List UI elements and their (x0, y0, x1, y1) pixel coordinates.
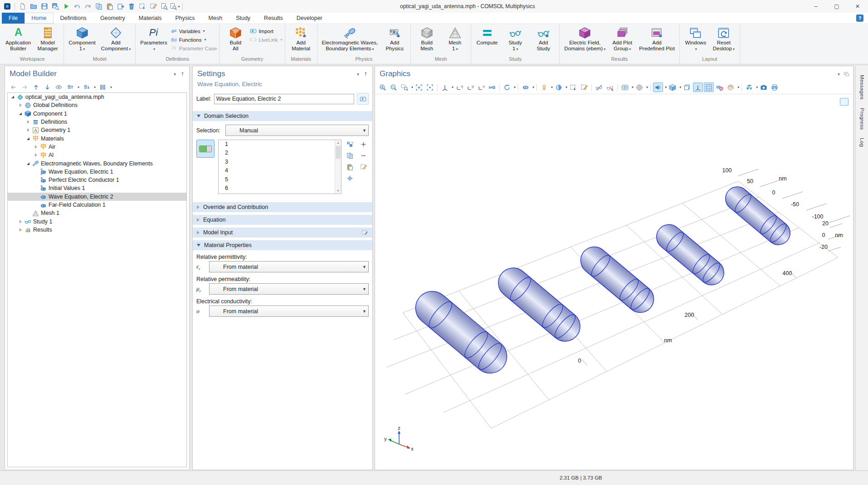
ribbon-button-add-material[interactable]: AddMaterial (288, 25, 315, 56)
duplicate-icon[interactable] (115, 1, 126, 12)
view-yz-icon[interactable]: yz (465, 82, 475, 92)
clear-selection-icon[interactable] (359, 162, 368, 171)
ribbon-button-add-predefined-plot[interactable]: AddPredefined Plot (637, 25, 677, 56)
selection-list-item[interactable]: 1 (219, 140, 341, 149)
tree-node[interactable]: Al (8, 151, 186, 159)
clear-selection-icon[interactable] (148, 1, 158, 12)
color-theme-icon[interactable] (726, 82, 736, 92)
menu-tab-developer[interactable]: Developer (290, 13, 329, 24)
ribbon-button-livelink[interactable]: LiveLink▾ (250, 36, 282, 44)
expand-tree-icon[interactable] (82, 82, 91, 92)
remove-icon[interactable] (359, 151, 368, 160)
ribbon-button-build-all[interactable]: BuildAll (222, 25, 249, 56)
ribbon-button-mesh-1[interactable]: Mesh1▾ (441, 25, 468, 56)
grid-icon[interactable] (704, 82, 714, 92)
select-rect-icon[interactable] (568, 82, 578, 92)
menu-tab-materials[interactable]: Materials (132, 13, 169, 24)
dropdown-arrow-icon[interactable]: ▾ (679, 85, 681, 89)
tree-node[interactable]: Electromagnetic Waves, Boundary Elements (8, 159, 186, 167)
floating-window-icon[interactable] (840, 98, 848, 106)
tree-node[interactable]: Far-Field Calculation 1 (8, 201, 186, 209)
tree-node[interactable]: Air (8, 143, 186, 151)
copy-icon[interactable] (345, 151, 354, 160)
dropdown-arrow-icon[interactable]: ▾ (551, 85, 553, 89)
pin-icon[interactable] (363, 71, 369, 77)
ribbon-button-electric-field-domains-ebem-[interactable]: Electric Field,Domains (ebem)▾ (562, 25, 608, 56)
tree-node[interactable]: Results (8, 226, 186, 234)
label-input[interactable] (214, 94, 354, 104)
section-header-equation[interactable]: Equation (193, 215, 372, 225)
selection-list-item[interactable]: 4 (219, 166, 341, 175)
ribbon-button-variables[interactable]: a=Variables▾ (171, 27, 217, 35)
menu-tab-results[interactable]: Results (257, 13, 290, 24)
move-up-icon[interactable] (31, 82, 40, 92)
search-icon[interactable]: ▾ (170, 1, 180, 12)
ribbon-button-add-component[interactable]: AddComponent▾ (99, 25, 133, 56)
dropdown-arrow-icon[interactable]: ▾ (452, 85, 454, 89)
tree-node[interactable]: Mesh 1 (8, 209, 186, 217)
tree-node[interactable]: Definitions (8, 118, 186, 126)
collapse-icon[interactable] (26, 162, 30, 165)
find-icon[interactable] (159, 1, 169, 12)
edit-table-icon[interactable] (361, 229, 368, 236)
close-button[interactable]: ✕ (847, 0, 868, 13)
undo-icon[interactable] (72, 1, 82, 12)
panel-menu-icon[interactable]: ▾ (357, 72, 359, 77)
tree-node[interactable]: Materials (8, 134, 186, 142)
selection-list-item[interactable]: 6 (219, 184, 341, 193)
open-file-icon[interactable] (28, 1, 39, 12)
select-box-icon[interactable] (137, 1, 147, 12)
section-header-material-properties[interactable]: Material Properties (193, 240, 372, 250)
float-window-icon[interactable] (844, 71, 849, 77)
ribbon-button-add-plot-group[interactable]: Add PlotGroup▾ (609, 25, 636, 56)
save-as-icon[interactable] (50, 1, 60, 12)
section-header-domain-selection[interactable]: Domain Selection (193, 111, 372, 121)
tree-node[interactable]: DWave Equation, Electric 1 (8, 168, 186, 176)
switch-to-selection-icon[interactable] (345, 140, 354, 149)
tree-node[interactable]: DInitial Values 1 (8, 184, 186, 192)
tree-node[interactable]: Global Definitions (8, 101, 186, 109)
ribbon-button-electromagnetic-waves-boundary-elements[interactable]: Electromagnetic Waves,Boundary Elements▾ (320, 25, 380, 56)
selection-list-item[interactable]: 5 (219, 175, 341, 184)
material-combobox[interactable]: From material▼ (209, 306, 369, 317)
ribbon-button-add-study[interactable]: AddStudy (530, 25, 557, 56)
ribbon-button-compute-[interactable]: Compute (473, 25, 501, 56)
menu-tab-mesh[interactable]: Mesh (202, 13, 229, 24)
dropdown-arrow-icon[interactable]: ▾ (566, 85, 567, 89)
tree-node[interactable]: Wave Equation, Electric 2 (8, 193, 186, 201)
new-file-icon[interactable] (17, 1, 28, 12)
dropdown-arrow-icon[interactable]: ▾ (94, 85, 96, 89)
scene-box-icon[interactable] (682, 82, 692, 92)
zoom-out-icon[interactable] (389, 82, 399, 92)
menu-tab-physics[interactable]: Physics (168, 13, 201, 24)
show-icon[interactable] (54, 82, 63, 92)
dropdown-arrow-icon[interactable]: ▾ (632, 85, 634, 89)
domain-selection-list[interactable]: 123456▲▼ (218, 140, 341, 194)
dropdown-arrow-icon[interactable]: ▾ (665, 85, 667, 89)
dropdown-arrow-icon[interactable]: ▾ (78, 85, 79, 89)
zoom-to-selection-icon[interactable] (345, 174, 354, 183)
maximize-button[interactable]: ▢ (826, 0, 847, 13)
hide-labels-icon[interactable] (715, 82, 725, 92)
snapshot-icon[interactable] (744, 82, 754, 92)
menu-tab-file[interactable]: File (2, 13, 24, 24)
tree-node[interactable]: DPerfect Electric Conductor 1 (8, 176, 186, 184)
minimize-button[interactable]: – (805, 0, 826, 13)
selection-combobox[interactable]: Manual▼ (225, 125, 369, 136)
primitive-cylinder-icon[interactable] (521, 82, 531, 92)
menu-tab-study[interactable]: Study (229, 13, 257, 24)
visibility-icon[interactable] (620, 82, 630, 92)
collapse-icon[interactable] (10, 96, 15, 98)
tree-node[interactable]: optical_yagi_uda_antenna.mph (8, 93, 186, 101)
ribbon-button-parameter-case[interactable]: PiParameter Case (171, 44, 217, 52)
expand-icon[interactable] (18, 103, 23, 107)
zoom-box-icon[interactable] (400, 82, 410, 92)
collapse-icon[interactable] (18, 112, 23, 115)
rename-button[interactable] (357, 93, 369, 105)
graphics-canvas[interactable]: 10050nm0-50-100200nm-20400200nm0zyx (375, 95, 853, 469)
section-header-override-and-contribution[interactable]: Override and Contribution (193, 202, 372, 212)
panel-menu-icon[interactable]: ▾ (838, 72, 840, 77)
rotate-icon[interactable] (502, 82, 512, 92)
default-view-icon[interactable] (440, 82, 450, 92)
orthographic-projection-icon[interactable] (653, 82, 663, 92)
